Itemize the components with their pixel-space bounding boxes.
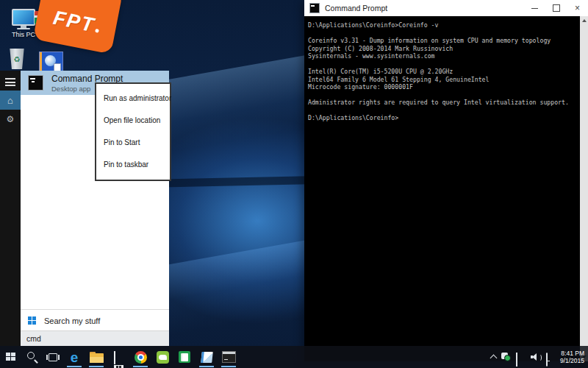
maximize-icon (553, 4, 560, 12)
green-status-dot (504, 355, 511, 361)
start-button[interactable] (0, 346, 22, 368)
taskbar: e (0, 346, 588, 368)
scroll-up-button[interactable] (580, 16, 588, 25)
taskbar-chrome-button[interactable] (129, 346, 151, 368)
clock-time: 8:41 PM (560, 350, 584, 357)
hamburger-menu-button[interactable] (5, 78, 15, 86)
store-bag-icon (114, 352, 123, 363)
maximize-button[interactable] (545, 0, 567, 16)
taskbar-file-explorer-button[interactable] (85, 346, 107, 368)
search-my-stuff-row[interactable]: Search my stuff (21, 309, 169, 331)
running-indicator (133, 366, 148, 367)
search-icon (27, 352, 37, 362)
windows-flag-icon (28, 316, 37, 325)
taskbar-store-button[interactable] (107, 346, 129, 368)
terminal-line: D:\Applications\Coreinfo> (308, 114, 580, 122)
running-indicator (199, 366, 214, 367)
terminal-line: Intel(R) Core(TM) i5-5200U CPU @ 2.20GHz (308, 68, 580, 76)
recycle-bin-icon[interactable]: ♻ (9, 49, 25, 71)
running-indicator (67, 366, 82, 367)
triangle-up-icon (582, 19, 587, 22)
search-input[interactable] (21, 331, 175, 346)
terminal-line: Intel64 Family 6 Model 61 Stepping 4, Ge… (308, 76, 580, 84)
clock-date: 9/1/2015 (560, 357, 584, 364)
search-my-stuff-label: Search my stuff (44, 316, 100, 325)
home-icon: ⌂ (7, 96, 13, 105)
window-titlebar[interactable]: Command Prompt × (304, 0, 588, 16)
home-button[interactable]: ⌂ (0, 91, 21, 110)
gear-icon: ⚙ (7, 115, 15, 124)
window-title: Command Prompt (325, 4, 524, 13)
taskbar-notes-app-button[interactable] (196, 346, 218, 368)
network-icon[interactable] (516, 353, 526, 361)
command-prompt-icon (309, 3, 320, 13)
terminal-line: Copyright (C) 2008-2014 Mark Russinovich (308, 45, 580, 53)
menu-item-pin-to-start[interactable]: Pin to Start (96, 132, 170, 154)
task-view-icon (46, 353, 60, 361)
terminal-line: D:\Applications\Coreinfo>Coreinfo -v (308, 21, 580, 29)
terminal-line (308, 107, 580, 115)
taskbar-green-app-button[interactable] (151, 346, 173, 368)
minimize-icon (531, 8, 538, 9)
recycle-icon: ♻ (14, 55, 21, 63)
tray-expand-chevron-up-icon[interactable] (490, 355, 497, 362)
command-prompt-window: Command Prompt × D:\Applications\Coreinf… (304, 0, 588, 361)
terminal-line (308, 60, 580, 68)
terminal-line: Sysinternals - www.sysinternals.com (308, 52, 580, 60)
task-view-button[interactable] (43, 346, 63, 368)
edge-icon: e (71, 350, 79, 364)
green-book-app-icon (179, 351, 190, 363)
terminal-output[interactable]: D:\Applications\Coreinfo>Coreinfo -v Cor… (304, 16, 580, 361)
taskbar-command-prompt-button[interactable] (218, 346, 240, 368)
folder-icon (90, 352, 104, 363)
menu-item-pin-to-taskbar[interactable]: Pin to taskbar (96, 154, 170, 176)
notes-app-icon (201, 352, 213, 363)
tray-security-icon[interactable] (501, 353, 511, 361)
terminal-line: Coreinfo v3.31 - Dump information on sys… (308, 37, 580, 45)
taskbar-search-button[interactable] (22, 346, 43, 368)
search-box (21, 330, 169, 346)
desktop: This PC ♻ FPT Command Prompt × D:\Applic… (0, 0, 588, 368)
green-app-icon (157, 351, 169, 364)
menu-item-run-as-administrator[interactable]: Run as administrator (96, 88, 170, 110)
command-prompt-taskbar-icon (222, 351, 236, 363)
settings-button[interactable]: ⚙ (0, 110, 21, 129)
search-rail: ⌂ ⚙ (0, 71, 21, 346)
system-tray: 8:41 PM 9/1/2015 (491, 346, 588, 368)
fpt-logo-text: FPT (51, 7, 97, 36)
close-button[interactable]: × (567, 0, 588, 16)
taskbar-edge-button[interactable]: e (63, 346, 85, 368)
context-menu: Run as administrator Open file location … (95, 82, 171, 181)
taskbar-clock[interactable]: 8:41 PM 9/1/2015 (560, 350, 586, 364)
minimize-button[interactable] (524, 0, 545, 16)
close-icon: × (575, 4, 580, 13)
fpt-logo-dot (95, 28, 99, 32)
windows-logo-icon (6, 353, 16, 362)
menu-item-open-file-location[interactable]: Open file location (96, 110, 170, 132)
terminal-line (308, 91, 580, 99)
volume-icon[interactable] (531, 353, 541, 361)
terminal-line: Microcode signature: 0000001F (308, 83, 580, 91)
action-center-icon[interactable] (546, 353, 555, 361)
taskbar-green-book-app-button[interactable] (173, 346, 196, 368)
terminal-line (308, 29, 580, 38)
fpt-logo: FPT (33, 0, 123, 54)
terminal-scrollbar[interactable] (580, 16, 588, 361)
running-indicator (221, 366, 236, 367)
command-prompt-icon (28, 75, 43, 91)
running-indicator (89, 366, 104, 367)
terminal-line: Administrator rights are required to que… (308, 99, 580, 107)
monitor-icon (12, 9, 35, 26)
chrome-icon (135, 351, 147, 364)
